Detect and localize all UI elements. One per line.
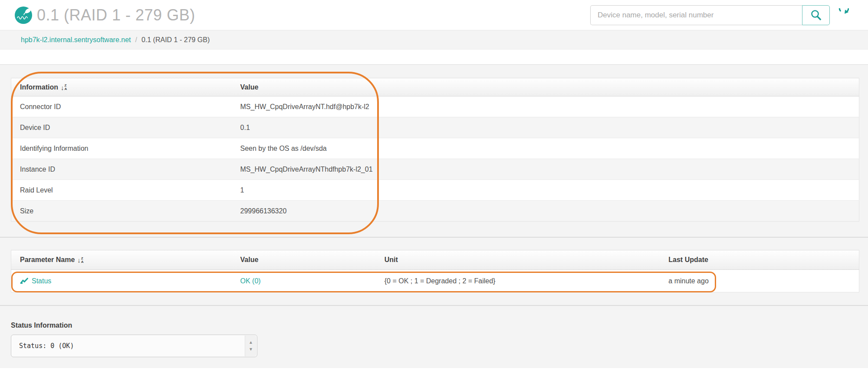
chart-line-icon — [20, 277, 29, 285]
table-row: Connector ID MS_HW_CpqDriveArrayNT.hdf@h… — [11, 96, 859, 117]
top-bar: 0.1 (RAID 1 - 279 GB) — [0, 0, 868, 30]
info-label: Identifying Information — [11, 138, 232, 159]
column-header-unit[interactable]: Unit — [376, 250, 660, 270]
page-title: 0.1 (RAID 1 - 279 GB) — [37, 6, 195, 24]
column-header-label: Unit — [385, 256, 398, 263]
status-information-box[interactable]: Status: 0 (OK) ▲ ▼ — [11, 335, 257, 357]
info-value: 1 — [232, 180, 859, 201]
status-information-label: Status Information — [11, 322, 859, 329]
table-header-row: Parameter Name↓ZA Value Unit Last Update — [11, 250, 859, 270]
parameter-row-status: Status OK (0) {0 = OK ; 1 = Degraded ; 2… — [11, 270, 859, 292]
column-header-information[interactable]: Information↓ZA — [11, 78, 232, 96]
table-row: Identifying Information Seen by the OS a… — [11, 138, 859, 159]
status-information-text: Status: 0 (OK) — [11, 335, 74, 357]
info-value: MS_HW_CpqDriveArrayNThdfhpb7k-l2_01 — [232, 159, 859, 180]
column-header-value[interactable]: Value — [232, 250, 376, 270]
brand: 0.1 (RAID 1 - 279 GB) — [14, 6, 195, 24]
search-input[interactable] — [590, 5, 802, 25]
refresh-icon — [835, 8, 849, 22]
device-information-table: Information↓ZA Value Connector ID MS_HW_… — [11, 78, 859, 222]
info-label: Raid Level — [11, 180, 232, 201]
main-content: Information↓ZA Value Connector ID MS_HW_… — [0, 64, 868, 368]
section-divider — [0, 305, 868, 306]
column-header-value[interactable]: Value — [232, 78, 859, 96]
info-label: Size — [11, 201, 232, 222]
info-value: MS_HW_CpqDriveArrayNT.hdf@hpb7k-l2 — [232, 96, 859, 117]
column-header-parameter-name[interactable]: Parameter Name↓ZA — [11, 250, 232, 270]
column-header-label: Value — [240, 83, 259, 91]
section-divider — [0, 237, 868, 238]
sort-alpha-icon: ↓ZA — [61, 84, 67, 91]
table-row: Device ID 0.1 — [11, 117, 859, 138]
column-header-label: Parameter Name — [20, 256, 75, 263]
table-row: Size 299966136320 — [11, 201, 859, 222]
breadcrumb: hpb7k-l2.internal.sentrysoftware.net / 0… — [0, 30, 868, 50]
status-last-update: a minute ago — [660, 270, 859, 292]
info-label: Connector ID — [11, 96, 232, 117]
spacer — [0, 50, 868, 64]
column-header-last-update[interactable]: Last Update — [660, 250, 859, 270]
search-icon — [810, 9, 822, 21]
column-header-label: Value — [240, 256, 259, 263]
info-value: 299966136320 — [232, 201, 859, 222]
app-logo-icon — [14, 6, 33, 24]
info-value: 0.1 — [232, 117, 859, 138]
search-area — [590, 5, 851, 25]
table-row: Raid Level 1 — [11, 180, 859, 201]
scrollbar[interactable]: ▲ ▼ — [245, 335, 256, 356]
refresh-button[interactable] — [833, 5, 851, 25]
info-label: Instance ID — [11, 159, 232, 180]
info-label: Device ID — [11, 117, 232, 138]
table-header-row: Information↓ZA Value — [11, 78, 859, 96]
scroll-down-icon[interactable]: ▼ — [249, 347, 253, 352]
info-value: Seen by the OS as /dev/sda — [232, 138, 859, 159]
sort-alpha-icon: ↓ZA — [77, 257, 83, 264]
breadcrumb-separator: / — [135, 36, 137, 44]
breadcrumb-host-link[interactable]: hpb7k-l2.internal.sentrysoftware.net — [21, 36, 131, 44]
status-value-link[interactable]: OK (0) — [240, 277, 261, 285]
status-unit: {0 = OK ; 1 = Degraded ; 2 = Failed} — [376, 270, 660, 292]
column-header-label: Information — [20, 83, 58, 91]
table-row: Instance ID MS_HW_CpqDriveArrayNThdfhpb7… — [11, 159, 859, 180]
search-button[interactable] — [802, 5, 830, 25]
parameters-table: Parameter Name↓ZA Value Unit Last Update — [11, 250, 859, 292]
column-header-label: Last Update — [668, 256, 708, 263]
breadcrumb-current: 0.1 (RAID 1 - 279 GB) — [141, 36, 210, 44]
scroll-up-icon[interactable]: ▲ — [249, 340, 253, 345]
status-parameter-link[interactable]: Status — [32, 277, 51, 285]
